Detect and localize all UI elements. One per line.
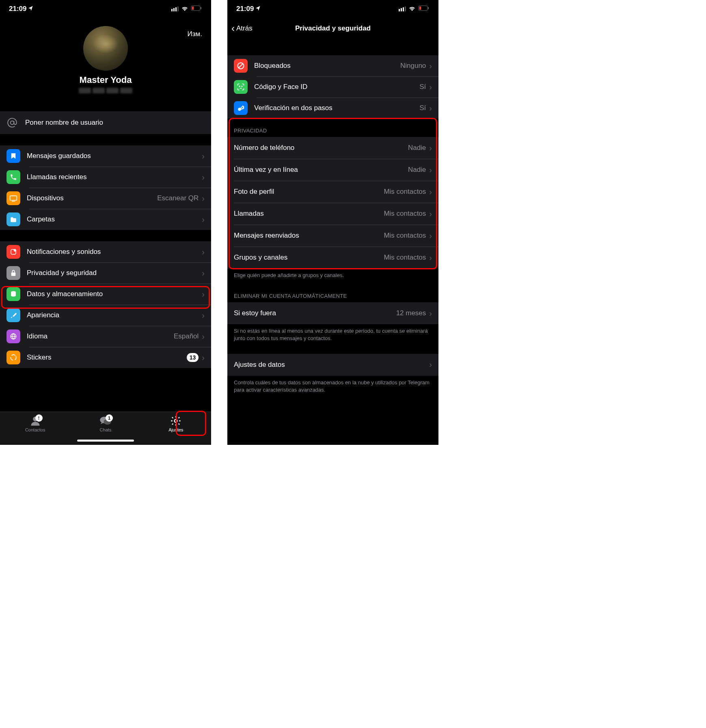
language-row[interactable]: Idioma Español › — [0, 326, 211, 347]
notifications-row[interactable]: Notificaciones y sonidos › — [0, 241, 211, 262]
delete-footer: Si no estás en línea al menos una vez du… — [227, 324, 438, 344]
contacts-icon: ! — [0, 415, 70, 427]
passcode-row[interactable]: Código y Face ID Sí › — [227, 76, 438, 98]
groups-label: Grupos y canales — [234, 254, 384, 262]
svg-rect-17 — [419, 6, 421, 10]
chats-badge: 1 — [106, 414, 113, 422]
tab-settings[interactable]: Ajustes — [141, 415, 211, 432]
devices-row[interactable]: Dispositivos Escanear QR › — [0, 188, 211, 209]
twostep-row[interactable]: Verificación en dos pasos Sí › — [227, 98, 438, 119]
chevron-icon: › — [429, 231, 432, 240]
stickers-row[interactable]: Stickers 13 › — [0, 347, 211, 368]
chevron-icon: › — [202, 215, 205, 224]
chevron-icon: › — [429, 187, 432, 197]
stickers-icon — [6, 351, 20, 364]
language-value: Español — [174, 332, 199, 340]
calls-privacy-value: Mis contactos — [384, 210, 426, 218]
data-settings-row[interactable]: Ajustes de datos › — [227, 354, 438, 376]
database-icon — [6, 287, 20, 301]
delete-section-header: ELIMINAR MI CUENTA AUTOMÁTICAMENTE — [227, 281, 438, 302]
location-icon — [255, 5, 261, 13]
blocked-value: Ninguno — [400, 62, 426, 70]
nav-header: ‹ Atrás Privacidad y seguridad — [227, 18, 438, 39]
data-storage-row[interactable]: Datos y almacenamiento › — [0, 284, 211, 305]
home-indicator[interactable] — [77, 440, 134, 442]
privacy-label: Privacidad y seguridad — [27, 269, 202, 277]
tab-chats-label: Chats — [70, 427, 140, 432]
chevron-icon: › — [202, 152, 205, 161]
tab-chats[interactable]: 1 Chats — [70, 415, 140, 432]
chevron-icon: › — [202, 332, 205, 341]
data-settings-label: Ajustes de datos — [234, 361, 429, 369]
lock-icon — [6, 266, 20, 280]
chats-icon: 1 — [70, 415, 140, 427]
profile-photo-label: Foto de perfil — [234, 188, 384, 196]
lastseen-row[interactable]: Última vez y en línea Nadie › — [227, 159, 438, 181]
devices-icon — [6, 191, 20, 205]
battery-icon — [191, 5, 202, 13]
back-button[interactable]: ‹ Atrás — [231, 23, 253, 34]
blocked-label: Bloqueados — [254, 62, 400, 70]
away-value: 12 meses — [396, 309, 426, 317]
calls-privacy-label: Llamadas — [234, 210, 384, 218]
saved-messages-row[interactable]: Mensajes guardados › — [0, 145, 211, 167]
appearance-label: Apariencia — [27, 311, 202, 319]
phone-number-row[interactable]: Número de teléfono Nadie › — [227, 137, 438, 159]
lastseen-label: Última vez y en línea — [234, 166, 408, 174]
appearance-row[interactable]: Apariencia › — [0, 305, 211, 326]
svg-point-15 — [175, 420, 177, 422]
calls-privacy-row[interactable]: Llamadas Mis contactos › — [227, 203, 438, 225]
chevron-icon: › — [202, 247, 205, 257]
settings-screen: 21:09 Изм. Master Yoda Poner nombre de u… — [0, 0, 211, 445]
svg-rect-4 — [10, 196, 17, 200]
avatar[interactable] — [83, 26, 128, 71]
faceid-icon — [234, 80, 248, 94]
folders-label: Carpetas — [27, 215, 202, 223]
devices-value: Escanear QR — [157, 194, 199, 202]
chevron-icon: › — [429, 253, 432, 262]
location-icon — [28, 5, 34, 13]
chevron-icon: › — [202, 194, 205, 203]
passcode-value: Sí — [419, 83, 426, 91]
data-storage-label: Datos y almacenamiento — [27, 290, 202, 298]
twostep-label: Verificación en dos pasos — [254, 104, 419, 112]
signal-icon — [399, 6, 406, 11]
folders-row[interactable]: Carpetas › — [0, 209, 211, 230]
set-username-row[interactable]: Poner nombre de usuario — [0, 111, 211, 134]
status-bar: 21:09 — [227, 0, 438, 18]
blocked-icon — [234, 59, 248, 73]
status-time: 21:09 — [9, 5, 26, 13]
recent-calls-row[interactable]: Llamadas recientes › — [0, 167, 211, 188]
svg-rect-18 — [428, 7, 429, 9]
forwarded-row[interactable]: Mensajes reenviados Mis contactos › — [227, 225, 438, 247]
away-label: Si estoy fuera — [234, 309, 396, 317]
blocked-row[interactable]: Bloqueados Ninguno › — [227, 55, 438, 76]
away-row[interactable]: Si estoy fuera 12 meses › — [227, 302, 438, 324]
chevron-icon: › — [202, 269, 205, 278]
notifications-icon — [6, 245, 20, 259]
privacy-row[interactable]: Privacidad y seguridad › — [0, 262, 211, 284]
chevron-icon: › — [202, 311, 205, 320]
passcode-label: Código y Face ID — [254, 83, 419, 91]
notifications-label: Notificaciones y sonidos — [27, 248, 202, 256]
profile-header: Изм. Master Yoda — [0, 18, 211, 103]
chevron-icon: › — [429, 82, 432, 92]
profile-photo-value: Mis contactos — [384, 188, 426, 196]
stickers-label: Stickers — [27, 353, 187, 362]
groups-row[interactable]: Grupos y canales Mis contactos › — [227, 247, 438, 269]
bookmark-icon — [6, 149, 20, 163]
battery-icon — [418, 5, 430, 13]
svg-point-11 — [10, 354, 17, 361]
chevron-icon: › — [202, 173, 205, 182]
recent-calls-label: Llamadas recientes — [27, 173, 202, 181]
tab-settings-label: Ajustes — [141, 427, 211, 432]
privacy-footer: Elige quién puede añadirte a grupos y ca… — [227, 269, 438, 281]
at-icon — [6, 117, 18, 128]
status-bar: 21:09 — [0, 0, 211, 18]
tab-contacts[interactable]: ! Contactos — [0, 415, 70, 432]
svg-rect-8 — [11, 273, 16, 276]
chevron-icon: › — [429, 143, 432, 153]
edit-button[interactable]: Изм. — [188, 30, 202, 38]
profile-photo-row[interactable]: Foto de perfil Mis contactos › — [227, 181, 438, 203]
wifi-icon — [181, 5, 188, 13]
